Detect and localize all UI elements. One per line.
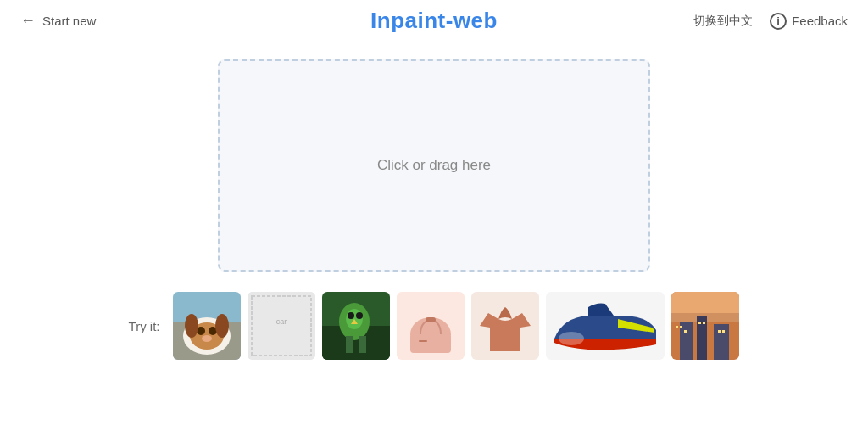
svg-rect-41 [722, 330, 725, 333]
main-content: Click or drag here Try it: [0, 42, 868, 448]
svg-rect-23 [410, 334, 451, 353]
svg-point-6 [202, 335, 212, 342]
svg-rect-9 [248, 292, 315, 360]
svg-rect-25 [419, 340, 427, 342]
svg-rect-39 [703, 322, 705, 324]
svg-point-7 [185, 314, 198, 338]
svg-rect-20 [359, 336, 366, 353]
svg-point-16 [348, 312, 354, 319]
sample-shirt[interactable] [471, 292, 539, 360]
sample-bag[interactable] [397, 292, 465, 360]
sample-dog[interactable] [173, 292, 241, 360]
feedback-button[interactable]: i Feedback [770, 13, 848, 30]
svg-rect-37 [684, 330, 687, 333]
try-it-label: Try it: [129, 319, 160, 333]
info-icon: i [770, 13, 787, 30]
sample-images-list: car [173, 292, 739, 360]
upload-dropzone[interactable]: Click or drag here [218, 59, 650, 272]
sample-car[interactable]: car [248, 292, 315, 360]
shirt-image [471, 292, 539, 360]
bag-image [397, 292, 465, 360]
dog-image [173, 292, 241, 360]
svg-point-8 [215, 314, 229, 338]
sample-city[interactable] [671, 292, 739, 360]
svg-rect-35 [676, 326, 678, 328]
svg-point-17 [356, 312, 363, 319]
car-image: car [248, 292, 315, 360]
parrot-image [322, 292, 390, 360]
back-button[interactable]: ← Start new [20, 12, 96, 30]
sample-parrot[interactable] [322, 292, 390, 360]
svg-rect-38 [698, 322, 701, 324]
svg-rect-24 [426, 317, 436, 322]
app-title: Inpaint-web [370, 8, 498, 34]
header-right-actions: 切换到中文 i Feedback [693, 13, 848, 30]
back-arrow-icon: ← [20, 12, 36, 30]
feedback-label: Feedback [792, 14, 848, 28]
language-switch-button[interactable]: 切换到中文 [693, 14, 753, 29]
svg-rect-40 [718, 330, 721, 333]
shoe-image [546, 292, 665, 360]
svg-rect-34 [714, 324, 729, 360]
svg-point-28 [559, 332, 584, 345]
svg-rect-36 [680, 326, 682, 328]
try-it-section: Try it: [20, 292, 848, 360]
sample-shoe[interactable] [546, 292, 665, 360]
svg-rect-33 [697, 316, 707, 360]
svg-text:car: car [276, 317, 287, 326]
upload-placeholder: Click or drag here [377, 157, 491, 174]
svg-rect-19 [346, 336, 353, 353]
back-label: Start new [42, 14, 96, 28]
city-image [671, 292, 739, 360]
app-header: ← Start new Inpaint-web 切换到中文 i Feedback [0, 0, 868, 42]
